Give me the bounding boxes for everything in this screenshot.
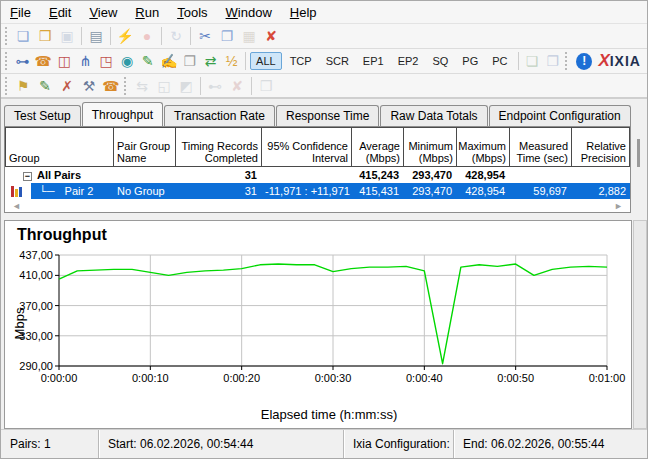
col-header-group[interactable]: Group xyxy=(5,127,113,167)
send-results-icon[interactable]: ❏ xyxy=(522,51,543,71)
add-hardware-pair-icon[interactable]: ◉ xyxy=(117,51,138,71)
open-test-flag-icon[interactable]: ⚑ xyxy=(12,76,34,96)
pair-chart-icon xyxy=(11,185,25,197)
toolbar-grip[interactable] xyxy=(5,77,8,95)
add-voip-pair-icon[interactable]: ☎ xyxy=(33,51,54,71)
toolbar-pairs: ⊶ ☎ ◫ ⋔ ◳ ◉ ✎ ✍ ❐ ⇄ ½ ALL TCP SCR EP1 EP… xyxy=(1,49,647,74)
col-header-measured-time[interactable]: Measured Time (sec) xyxy=(509,127,571,167)
all-pairs-maximum: 428,954 xyxy=(456,169,509,181)
new-document-icon[interactable]: ❏ xyxy=(12,26,34,46)
disconnect-pairs-icon[interactable]: ✘ xyxy=(226,76,248,96)
scroll-right-icon[interactable]: ► xyxy=(614,201,623,211)
tab-endpoint-configuration[interactable]: Endpoint Configuration xyxy=(489,105,631,126)
filter-all-button[interactable]: ALL xyxy=(250,52,282,70)
menu-window[interactable]: Window xyxy=(217,3,281,22)
col-header-minimum[interactable]: Minimum (Mbps) xyxy=(403,127,456,167)
toolbar-test: ⚑ ✎ ✗ ⚒ ☎ ⇆ ◱ ◩ ⊷ ✘ ❒ xyxy=(1,74,647,99)
toolbar-grip[interactable] xyxy=(565,52,568,70)
refresh-icon[interactable]: ↻ xyxy=(165,26,187,46)
pane-splitter[interactable] xyxy=(1,213,647,220)
edit-pair-icon[interactable]: ✎ xyxy=(137,51,158,71)
table-vertical-scrollbar[interactable] xyxy=(637,139,640,167)
col-header-timing-records[interactable]: Timing Records Completed xyxy=(175,127,261,167)
tab-response-time[interactable]: Response Time xyxy=(276,105,379,126)
menu-run[interactable]: Run xyxy=(126,3,168,22)
replicate-pair-icon[interactable]: ❐ xyxy=(179,51,200,71)
copy-icon[interactable]: ❐ xyxy=(216,26,238,46)
collapse-expander-icon[interactable]: − xyxy=(23,172,32,181)
svg-text:0:00:00: 0:00:00 xyxy=(41,372,78,384)
pair2-average: 415,431 xyxy=(351,185,403,197)
menu-tools[interactable]: Tools xyxy=(168,3,216,22)
all-pairs-group-cell: −All Pairs xyxy=(5,169,113,181)
about-ixia-icon[interactable]: ! xyxy=(576,53,592,70)
menu-view[interactable]: View xyxy=(80,3,126,22)
verify-links-icon[interactable]: ◩ xyxy=(175,76,197,96)
table-row-pair-2[interactable]: └─ Pair 2 No Group 31 -11,971 : +11,971 … xyxy=(5,183,630,199)
menu-file[interactable]: File xyxy=(1,3,40,22)
tab-test-setup[interactable]: Test Setup xyxy=(4,105,81,126)
menu-help[interactable]: Help xyxy=(281,3,326,22)
filter-tcp-button[interactable]: TCP xyxy=(284,52,318,70)
filter-pg-button[interactable]: PG xyxy=(456,52,484,70)
dial-test-flag-icon[interactable]: ☎ xyxy=(100,76,122,96)
edit-test-flag-icon[interactable]: ✎ xyxy=(34,76,56,96)
add-multicast-pair-icon[interactable]: ⋔ xyxy=(75,51,96,71)
toolbar-separator xyxy=(161,27,162,45)
col-header-confidence[interactable]: 95% Confidence Interval xyxy=(261,127,351,167)
pair2-timing-records: 31 xyxy=(175,185,261,197)
paste-icon[interactable]: ▦ xyxy=(238,26,260,46)
resize-pairs-icon[interactable]: ◱ xyxy=(153,76,175,96)
col-header-average[interactable]: Average (Mbps) xyxy=(351,127,403,167)
stop-test-icon[interactable]: ● xyxy=(136,26,158,46)
col-header-maximum[interactable]: Maximum (Mbps) xyxy=(456,127,509,167)
toolbar-separator xyxy=(110,27,111,45)
col-header-relative-precision[interactable]: Relative Precision xyxy=(571,127,630,167)
edit-run-options-icon[interactable]: ✍ xyxy=(158,51,179,71)
test-options-flag-icon[interactable]: ⚒ xyxy=(78,76,100,96)
toolbar-grip[interactable] xyxy=(5,27,8,45)
swap-endpoints-icon[interactable]: ⇄ xyxy=(200,51,221,71)
filter-pc-button[interactable]: PC xyxy=(486,52,513,70)
menu-bar: File Edit View Run Tools Window Help xyxy=(1,1,647,24)
table-row-all-pairs[interactable]: −All Pairs 31 415,243 293,470 428,954 xyxy=(5,167,630,183)
pair2-measured-time: 59,697 xyxy=(509,185,571,197)
pair2-confidence: -11,971 : +11,971 xyxy=(261,185,351,197)
filter-scr-button[interactable]: SCR xyxy=(320,52,355,70)
cut-icon[interactable]: ✂ xyxy=(194,26,216,46)
chart-vertical-scrollbar[interactable] xyxy=(633,220,647,429)
ixia-explorer-icon[interactable]: ❐ xyxy=(542,51,563,71)
filter-ep2-button[interactable]: EP2 xyxy=(392,52,425,70)
tree-branch-icon: └─ xyxy=(39,185,55,197)
toolbar-grip[interactable] xyxy=(124,77,127,95)
open-folder-icon[interactable]: ❒ xyxy=(34,26,56,46)
add-video-pair-icon[interactable]: ◫ xyxy=(54,51,75,71)
toolbar-grip[interactable] xyxy=(5,52,8,70)
save-icon[interactable]: ▣ xyxy=(56,26,78,46)
print-icon[interactable]: ▤ xyxy=(85,26,107,46)
run-test-icon[interactable]: ⚡ xyxy=(114,26,136,46)
connect-pairs-icon[interactable]: ⊷ xyxy=(204,76,226,96)
link-endpoints-icon[interactable]: ⇆ xyxy=(131,76,153,96)
add-pair-icon[interactable]: ⊶ xyxy=(12,51,33,71)
ixia-logo: X IXIA xyxy=(598,51,641,71)
menu-edit[interactable]: Edit xyxy=(40,3,80,22)
delete-test-flag-icon[interactable]: ✗ xyxy=(56,76,78,96)
filter-sq-button[interactable]: SQ xyxy=(426,52,454,70)
scroll-left-icon[interactable]: ◄ xyxy=(12,201,21,211)
pair2-group-cell: └─ Pair 2 xyxy=(5,185,113,197)
results-table: Group Pair Group Name Timing Records Com… xyxy=(4,126,631,213)
toolbar-separator xyxy=(245,52,246,70)
toolbar-standard: ❏ ❒ ▣ ▤ ⚡ ● ↻ ✂ ❐ ▦ ✘ xyxy=(1,24,647,49)
filter-ep1-button[interactable]: EP1 xyxy=(357,52,390,70)
tab-throughput[interactable]: Throughput xyxy=(82,102,163,126)
col-header-pair-group-name[interactable]: Pair Group Name xyxy=(113,127,175,167)
renumber-pairs-icon[interactable]: ½ xyxy=(221,51,242,71)
delete-icon[interactable]: ✘ xyxy=(260,26,282,46)
table-horizontal-scrollbar[interactable]: ◄ ► xyxy=(5,199,630,212)
chart-title: Throughput xyxy=(5,221,631,248)
add-video-multicast-pair-icon[interactable]: ◳ xyxy=(96,51,117,71)
tab-raw-data-totals[interactable]: Raw Data Totals xyxy=(380,105,487,126)
group-pairs-icon[interactable]: ❒ xyxy=(255,76,277,96)
tab-transaction-rate[interactable]: Transaction Rate xyxy=(164,105,275,126)
